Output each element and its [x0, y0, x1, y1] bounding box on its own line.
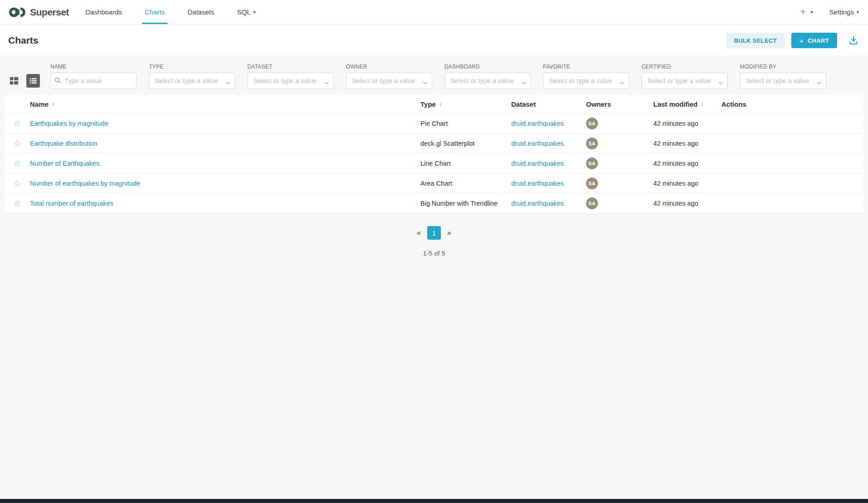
table-row: ☆ Number of earthquakes by magnitude Are…: [5, 173, 863, 193]
chart-type: Area Chart: [420, 180, 511, 187]
favorite-filter-select[interactable]: [543, 73, 629, 89]
favorite-star-icon[interactable]: ☆: [14, 159, 21, 168]
top-navigation: Superset Dashboards Charts Datasets SQL …: [0, 0, 868, 25]
filter-dashboard: DASHBOARD: [444, 64, 531, 89]
filter-dataset: DATASET: [247, 64, 334, 89]
last-modified: 42 minutes ago: [653, 160, 721, 167]
chart-name-link[interactable]: Number of earthquakes by magnitude: [30, 180, 140, 187]
last-modified: 42 minutes ago: [653, 140, 721, 147]
caret-down-icon: ▾: [857, 10, 859, 15]
table-row: ☆ Earthquakes by magnitude Pie Chart dru…: [5, 113, 863, 133]
settings-menu[interactable]: Settings ▾: [829, 8, 859, 16]
download-icon: [848, 35, 859, 46]
caret-down-icon: ▾: [253, 10, 256, 15]
nav-item-dashboards[interactable]: Dashboards: [83, 0, 125, 24]
filter-modified-by: MODIFIED BY: [740, 64, 826, 89]
last-modified: 42 minutes ago: [653, 120, 721, 127]
page-actions: BULK SELECT + CHART: [726, 33, 859, 48]
export-button[interactable]: [848, 35, 859, 46]
chart-name-link[interactable]: Total number of earthquakes: [30, 200, 113, 207]
type-filter-select[interactable]: [149, 73, 235, 89]
charts-table: Name ▲▼ Type ▲▼ Dataset Owners Last modi…: [5, 95, 863, 213]
page-1-button[interactable]: 1: [427, 226, 441, 240]
superset-logo[interactable]: Superset: [8, 0, 69, 24]
dataset-filter-select[interactable]: [247, 73, 334, 89]
filter-owner: OWNER: [346, 64, 432, 89]
dashboard-filter-select[interactable]: [444, 73, 531, 89]
chart-type: Pie Chart: [420, 120, 511, 127]
filter-bar: NAME TYPE DATASET: [0, 55, 868, 89]
filter-favorite: FAVORITE: [543, 64, 629, 89]
page-title: Charts: [8, 35, 39, 46]
infinity-logo-icon: [8, 6, 26, 18]
owner-avatar[interactable]: SA: [586, 138, 598, 149]
caret-down-icon: ▾: [811, 10, 813, 15]
owner-filter-select[interactable]: [346, 73, 432, 89]
column-header-actions: Actions: [721, 100, 863, 108]
new-item-menu[interactable]: + ▾: [800, 7, 813, 17]
filter-certified: CERTIFIED: [641, 64, 728, 89]
column-header-owners: Owners: [586, 100, 653, 108]
chart-name-link[interactable]: Earthquake distribution: [30, 140, 97, 147]
pagination: « 1 »: [0, 226, 868, 240]
sort-icon: ▲▼: [52, 102, 55, 107]
filter-label: CERTIFIED: [641, 64, 728, 70]
next-page-button[interactable]: »: [447, 229, 451, 237]
list-view-icon: [29, 76, 38, 85]
sort-icon: ▲▼: [701, 102, 704, 107]
add-chart-button[interactable]: + CHART: [791, 33, 837, 48]
plus-icon: +: [799, 37, 804, 44]
dataset-link[interactable]: druid.earthquakes: [511, 180, 564, 187]
column-header-type[interactable]: Type ▲▼: [420, 100, 511, 108]
filter-name: NAME: [50, 64, 137, 89]
owner-avatar[interactable]: SA: [586, 178, 598, 189]
filter-label: DATASET: [247, 64, 334, 70]
owner-avatar[interactable]: SA: [586, 118, 598, 129]
table-row: ☆ Number of Earthquakes Line Chart druid…: [5, 153, 863, 173]
last-modified: 42 minutes ago: [653, 200, 721, 207]
superset-charts-page: Superset Dashboards Charts Datasets SQL …: [0, 0, 868, 503]
filter-label: FAVORITE: [543, 64, 629, 70]
column-header-last-modified[interactable]: Last modified ▲▼: [653, 100, 721, 108]
dataset-link[interactable]: druid.earthquakes: [511, 160, 564, 167]
plus-icon: +: [800, 7, 806, 17]
dataset-link[interactable]: druid.earthquakes: [511, 120, 564, 127]
favorite-star-icon[interactable]: ☆: [14, 119, 21, 128]
name-filter-input[interactable]: [50, 73, 137, 89]
chart-name-link[interactable]: Earthquakes by magnitude: [30, 120, 108, 127]
favorite-star-icon[interactable]: ☆: [14, 139, 21, 148]
nav-item-charts[interactable]: Charts: [142, 0, 168, 24]
column-header-name[interactable]: Name ▲▼: [30, 100, 420, 108]
filter-type: TYPE: [149, 64, 235, 89]
list-view-toggle[interactable]: [26, 74, 40, 88]
previous-page-button[interactable]: «: [417, 229, 421, 237]
favorite-star-icon[interactable]: ☆: [14, 199, 21, 207]
table-row: ☆ Earthquake distribution deck.gl Scatte…: [5, 133, 863, 153]
view-toggles: [7, 74, 40, 88]
page-header: Charts BULK SELECT + CHART: [0, 25, 868, 55]
filter-label: DASHBOARD: [444, 64, 531, 70]
chart-type: Big Number with Trendline: [420, 200, 511, 207]
chart-type: deck.gl Scatterplot: [420, 140, 511, 147]
last-modified: 42 minutes ago: [653, 180, 721, 187]
brand-name: Superset: [30, 7, 69, 18]
table-row: ☆ Total number of earthquakes Big Number…: [5, 193, 863, 213]
owner-avatar[interactable]: SA: [586, 197, 598, 209]
search-icon: [54, 77, 61, 86]
nav-item-datasets[interactable]: Datasets: [185, 0, 217, 24]
bulk-select-button[interactable]: BULK SELECT: [726, 33, 785, 48]
owner-avatar[interactable]: SA: [586, 158, 598, 169]
dataset-link[interactable]: druid.earthquakes: [511, 200, 564, 207]
nav-item-sql[interactable]: SQL ▾: [234, 0, 258, 24]
filter-label: TYPE: [149, 64, 235, 70]
filter-label: NAME: [50, 64, 137, 70]
topnav-right: + ▾ Settings ▾: [800, 0, 859, 24]
modified-by-filter-select[interactable]: [740, 73, 826, 89]
dataset-link[interactable]: druid.earthquakes: [511, 140, 564, 147]
card-view-toggle[interactable]: [7, 74, 21, 88]
chart-type: Line Chart: [420, 160, 511, 167]
certified-filter-select[interactable]: [641, 73, 728, 89]
favorite-star-icon[interactable]: ☆: [14, 179, 21, 187]
chart-name-link[interactable]: Number of Earthquakes: [30, 160, 99, 167]
filter-label: OWNER: [346, 64, 432, 70]
